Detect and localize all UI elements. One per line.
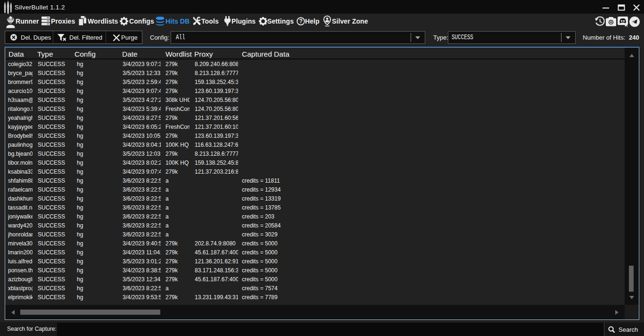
svg-text:?: ? (299, 18, 303, 25)
